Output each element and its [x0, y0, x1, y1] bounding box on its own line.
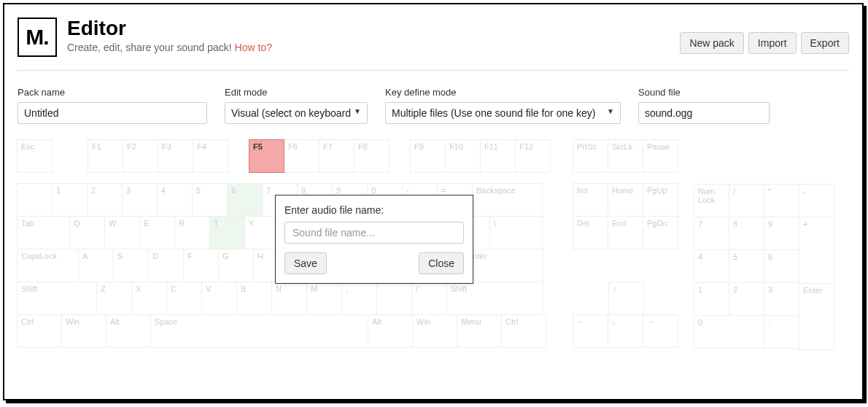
- key-2[interactable]: 2: [87, 183, 123, 217]
- key-m[interactable]: M: [306, 282, 342, 315]
- key-pgdn[interactable]: PgDn: [643, 216, 678, 249]
- key--[interactable]: \: [489, 216, 543, 249]
- key--[interactable]: →: [643, 314, 678, 348]
- key-f5[interactable]: F5: [249, 139, 284, 173]
- key-f8[interactable]: F8: [354, 139, 390, 173]
- key--[interactable]: `: [17, 183, 53, 217]
- key-f7[interactable]: F7: [319, 139, 354, 173]
- key-s[interactable]: S: [113, 249, 149, 282]
- key-6[interactable]: 6: [764, 249, 799, 283]
- sound-file-input[interactable]: [638, 102, 770, 124]
- key-space[interactable]: Space: [150, 314, 368, 348]
- key-pause[interactable]: Pause: [643, 139, 678, 173]
- key-win[interactable]: Win: [412, 314, 457, 348]
- key--[interactable]: /: [411, 282, 447, 315]
- edit-mode-label: Edit mode: [225, 87, 368, 98]
- key-c[interactable]: C: [166, 282, 202, 315]
- key--[interactable]: +: [799, 217, 834, 284]
- key-ins[interactable]: Ins: [573, 183, 608, 217]
- key-v[interactable]: V: [201, 282, 237, 315]
- logo[interactable]: M.: [18, 18, 57, 57]
- key-alt[interactable]: Alt: [368, 314, 413, 348]
- key-f6[interactable]: F6: [284, 139, 319, 173]
- key-del[interactable]: Del: [573, 216, 608, 249]
- key-n[interactable]: N: [271, 282, 307, 315]
- key-w[interactable]: W: [104, 216, 140, 249]
- key-q[interactable]: Q: [69, 216, 105, 249]
- key-backspace[interactable]: Backspace: [472, 183, 543, 217]
- key-menu[interactable]: Menu: [457, 314, 502, 348]
- key-1[interactable]: 1: [694, 282, 729, 316]
- key-9[interactable]: 9: [764, 217, 799, 250]
- key-shift[interactable]: Shift: [17, 282, 97, 315]
- popup-label: Enter audio file name:: [284, 204, 464, 216]
- key-3[interactable]: 3: [764, 282, 799, 316]
- key-z[interactable]: Z: [96, 282, 132, 315]
- key-win[interactable]: Win: [61, 314, 106, 348]
- key--[interactable]: ↑: [608, 282, 644, 315]
- key-ctrl[interactable]: Ctrl: [17, 314, 62, 348]
- key-esc[interactable]: Esc: [17, 139, 53, 173]
- key--[interactable]: .: [376, 282, 412, 315]
- key-0[interactable]: 0: [694, 315, 764, 349]
- key-d[interactable]: D: [148, 249, 184, 282]
- key-prtsc[interactable]: PrtSc: [573, 139, 608, 173]
- key-f2[interactable]: F2: [123, 139, 158, 173]
- key-ctrl[interactable]: Ctrl: [501, 314, 546, 348]
- export-button[interactable]: Export: [801, 32, 849, 54]
- key-x[interactable]: X: [131, 282, 167, 315]
- key-scrlk[interactable]: ScrLk: [608, 139, 643, 173]
- key-5[interactable]: 5: [729, 249, 764, 283]
- key-r[interactable]: R: [174, 216, 210, 249]
- key-f10[interactable]: F10: [445, 139, 481, 173]
- key-f11[interactable]: F11: [480, 139, 516, 173]
- key-f9[interactable]: F9: [410, 139, 446, 173]
- key-e[interactable]: E: [139, 216, 175, 249]
- key-home[interactable]: Home: [608, 183, 643, 217]
- key-tab[interactable]: Tab: [17, 216, 70, 249]
- key-1[interactable]: 1: [52, 183, 88, 217]
- key--[interactable]: /: [729, 184, 764, 217]
- key-b[interactable]: B: [236, 282, 272, 315]
- key--[interactable]: .: [764, 315, 799, 349]
- key-pgup[interactable]: PgUp: [643, 183, 678, 217]
- key-6[interactable]: 6: [227, 183, 263, 217]
- key-enter[interactable]: Enter: [799, 283, 834, 350]
- key-4[interactable]: 4: [694, 249, 729, 283]
- edit-mode-select[interactable]: Visual (select on keyboard): [225, 102, 368, 124]
- key-f3[interactable]: F3: [158, 139, 193, 173]
- key-t[interactable]: T: [209, 216, 245, 249]
- key-7[interactable]: 7: [694, 217, 729, 250]
- key-5[interactable]: 5: [192, 183, 228, 217]
- key-shift[interactable]: Shift: [446, 282, 543, 315]
- key--[interactable]: ↓: [608, 314, 643, 348]
- key-f1[interactable]: F1: [88, 139, 123, 173]
- key-num-lock[interactable]: Num Lock: [694, 184, 729, 217]
- key--[interactable]: *: [764, 184, 799, 217]
- key-2[interactable]: 2: [729, 282, 764, 316]
- key-end[interactable]: End: [608, 216, 643, 249]
- key--[interactable]: -: [799, 184, 834, 217]
- key-f12[interactable]: F12: [515, 139, 551, 173]
- key-g[interactable]: G: [218, 249, 254, 282]
- key-f4[interactable]: F4: [193, 139, 228, 173]
- key--[interactable]: ←: [573, 314, 608, 348]
- howto-link[interactable]: How to?: [235, 42, 272, 53]
- pack-name-input[interactable]: [18, 102, 207, 124]
- key-3[interactable]: 3: [122, 183, 158, 217]
- page-subtitle: Create, edit, share your sound pack! How…: [67, 42, 680, 53]
- key-enter[interactable]: Enter: [463, 249, 543, 282]
- new-pack-button[interactable]: New pack: [680, 32, 743, 54]
- key-alt[interactable]: Alt: [106, 314, 151, 348]
- key-capslock[interactable]: CapsLock: [17, 249, 79, 282]
- key-4[interactable]: 4: [157, 183, 193, 217]
- popup-close-button[interactable]: Close: [419, 252, 464, 274]
- key--[interactable]: ,: [341, 282, 377, 315]
- key-f[interactable]: F: [183, 249, 219, 282]
- key-define-mode-select[interactable]: Multiple files (Use one sound file for o…: [385, 102, 621, 124]
- import-button[interactable]: Import: [748, 32, 797, 54]
- key-a[interactable]: A: [78, 249, 114, 282]
- key-8[interactable]: 8: [729, 217, 764, 250]
- popup-filename-input[interactable]: [284, 222, 464, 244]
- popup-save-button[interactable]: Save: [284, 252, 327, 274]
